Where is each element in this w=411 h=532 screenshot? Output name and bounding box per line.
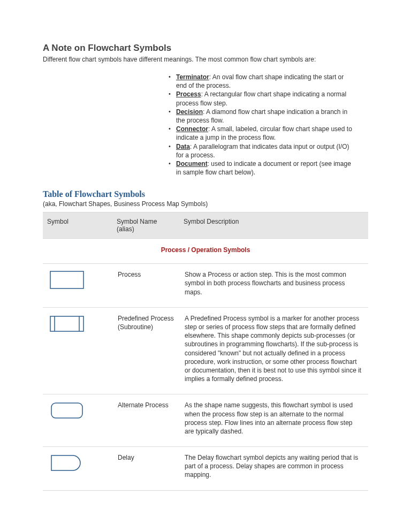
alternate-process-icon [48,400,86,421]
term: Connector [176,125,208,133]
table-row: Delay The Delay flowchart symbol depicts… [43,447,368,491]
col-name: Symbol Name (alias) [112,212,179,239]
symbol-desc: As the shape name suggests, this flowcha… [179,394,368,447]
symbol-desc: The Delay flowchart symbol depicts any w… [179,447,368,491]
term: Data [176,143,190,150]
table-row: Process Show a Process or action step. T… [43,264,368,308]
table-row: Predefined Process (Subroutine) A Predef… [43,307,368,394]
list-item: Document: used to indicate a document or… [169,159,352,177]
table-subtitle: (aka, Flowchart Shapes, Business Process… [43,200,368,208]
table-heading: Table of Flowchart Symbols [43,189,368,199]
svg-rect-1 [50,316,83,331]
col-desc: Symbol Description [179,212,368,239]
term: Terminator [176,73,209,81]
symbol-desc: Show a Process or action step. This is t… [179,264,368,308]
intro-text: Different flow chart symbols have differ… [43,56,368,63]
term: Decision [176,108,203,116]
symbol-name: Delay [112,447,179,491]
delay-icon [48,452,86,474]
symbol-name: Predefined Process (Subroutine) [112,307,179,394]
term-desc: : A parallelogram that indicates data in… [176,143,349,159]
table-row: Alternate Process As the shape name sugg… [43,394,368,447]
list-item: Connector: A small, labeled, circular fl… [169,125,352,142]
symbols-table: Symbol Symbol Name (alias) Symbol Descri… [43,212,368,490]
list-item: Terminator: An oval flow chart shape ind… [169,73,352,90]
definitions-list: Terminator: An oval flow chart shape ind… [169,73,368,177]
predefined-process-icon [48,313,86,335]
svg-rect-0 [50,271,83,288]
symbol-name: Process [112,264,179,308]
section-heading: Process / Operation Symbols [43,239,368,264]
term-desc: : A rectangular flow chart shape indicat… [176,90,346,107]
list-item: Decision: A diamond flow chart shape ind… [169,108,352,125]
list-item: Process: A rectangular flow chart shape … [169,90,352,107]
list-item: Data: A parallelogram that indicates dat… [169,142,352,159]
svg-rect-4 [51,403,82,418]
term: Document [176,160,208,168]
col-symbol: Symbol [43,212,112,239]
process-icon [48,269,86,291]
symbol-name: Alternate Process [112,394,179,447]
symbol-desc: A Predefined Process symbol is a marker … [179,307,368,394]
page-title: A Note on Flowchart Symbols [43,43,368,54]
term: Process [176,90,201,98]
